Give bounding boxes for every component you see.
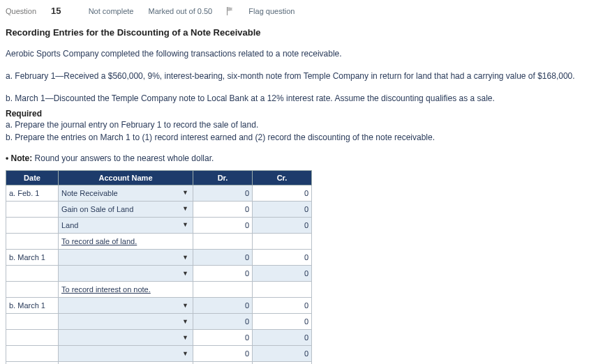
question-status: Not complete bbox=[89, 7, 134, 15]
account-select[interactable]: Land ▼ bbox=[59, 218, 193, 234]
memo-cell: To record interest on note. bbox=[59, 282, 193, 298]
table-row: To record sale of land. bbox=[6, 234, 312, 250]
date-cell bbox=[6, 314, 59, 330]
chevron-down-icon: ▼ bbox=[182, 254, 188, 261]
memo-cell: To record discounting of note. bbox=[59, 362, 193, 365]
note-line: • Note: Round your answers to the neares… bbox=[6, 153, 597, 163]
table-row: b. March 1 ▼ 0 0 bbox=[6, 250, 312, 266]
flag-question-link[interactable]: Flag question bbox=[227, 6, 307, 15]
note-text: Round your answers to the nearest whole … bbox=[32, 153, 214, 163]
col-date-header: Date bbox=[6, 171, 59, 185]
date-cell bbox=[6, 282, 59, 298]
cr-input[interactable]: 0 bbox=[253, 330, 312, 346]
question-label: Question bbox=[6, 7, 36, 15]
date-cell bbox=[6, 218, 59, 234]
cr-input[interactable]: 0 bbox=[253, 202, 312, 218]
account-select[interactable]: ▼ bbox=[59, 314, 193, 330]
dr-input[interactable]: 0 bbox=[193, 185, 253, 202]
table-row: Gain on Sale of Land ▼ 0 0 bbox=[6, 202, 312, 218]
date-cell bbox=[6, 330, 59, 346]
account-select[interactable]: Gain on Sale of Land ▼ bbox=[59, 202, 193, 218]
transaction-b: b. March 1—Discounted the Temple Company… bbox=[6, 92, 597, 105]
dr-input[interactable]: 0 bbox=[193, 202, 253, 218]
table-row: b. March 1 ▼ 0 0 bbox=[6, 298, 312, 314]
account-select[interactable]: ▼ bbox=[59, 330, 193, 346]
date-cell: b. March 1 bbox=[6, 298, 59, 314]
dr-input[interactable]: 0 bbox=[193, 218, 253, 234]
date-cell: b. March 1 bbox=[6, 250, 59, 266]
dr-input[interactable]: 0 bbox=[193, 330, 253, 346]
date-cell bbox=[6, 266, 59, 282]
account-select[interactable]: ▼ bbox=[59, 250, 193, 266]
dr-input[interactable]: 0 bbox=[193, 250, 253, 266]
note-prefix: • Note: bbox=[6, 153, 32, 163]
table-row: To record interest on note. bbox=[6, 282, 312, 298]
dr-input[interactable]: 0 bbox=[193, 346, 253, 362]
date-cell bbox=[6, 234, 59, 250]
table-header-row: Date Account Name Dr. Cr. bbox=[6, 171, 312, 185]
cr-input[interactable]: 0 bbox=[253, 346, 312, 362]
col-dr-header: Dr. bbox=[193, 171, 253, 185]
table-row: To record discounting of note. bbox=[6, 362, 312, 365]
cr-input[interactable]: 0 bbox=[253, 314, 312, 330]
cr-input[interactable]: 0 bbox=[253, 218, 312, 234]
chevron-down-icon: ▼ bbox=[182, 334, 188, 341]
table-row: ▼ 0 0 bbox=[6, 330, 312, 346]
flag-question-text: Flag question bbox=[248, 7, 295, 15]
cr-input[interactable]: 0 bbox=[253, 266, 312, 282]
chevron-down-icon: ▼ bbox=[182, 205, 188, 212]
required-label: Required bbox=[6, 109, 597, 119]
transaction-a: a. February 1—Received a $560,000, 9%, i… bbox=[6, 70, 597, 82]
table-row: ▼ 0 0 bbox=[6, 266, 312, 282]
col-account-header: Account Name bbox=[59, 171, 193, 185]
chevron-down-icon: ▼ bbox=[182, 189, 188, 196]
memo-cell: To record sale of land. bbox=[59, 234, 193, 250]
account-select[interactable]: Note Receivable ▼ bbox=[59, 185, 193, 202]
date-cell bbox=[6, 362, 59, 365]
account-select[interactable]: ▼ bbox=[59, 266, 193, 282]
dr-input[interactable]: 0 bbox=[193, 314, 253, 330]
account-select[interactable]: ▼ bbox=[59, 346, 193, 362]
account-select[interactable]: ▼ bbox=[59, 298, 193, 314]
journal-table: Date Account Name Dr. Cr. a. Feb. 1 Note… bbox=[6, 170, 312, 364]
cr-input[interactable]: 0 bbox=[253, 250, 312, 266]
dr-input[interactable]: 0 bbox=[193, 298, 253, 314]
question-marked: Marked out of 0.50 bbox=[149, 7, 213, 15]
date-cell: a. Feb. 1 bbox=[6, 185, 59, 202]
table-row: ▼ 0 0 bbox=[6, 314, 312, 330]
flag-icon bbox=[227, 7, 234, 15]
col-cr-header: Cr. bbox=[253, 171, 312, 185]
chevron-down-icon: ▼ bbox=[182, 318, 188, 325]
chevron-down-icon: ▼ bbox=[182, 270, 188, 277]
cr-input[interactable]: 0 bbox=[253, 298, 312, 314]
required-b: b. Prepare the entries on March 1 to (1)… bbox=[6, 131, 597, 144]
question-header: Question 15 Not complete Marked out of 0… bbox=[6, 3, 597, 22]
date-cell bbox=[6, 346, 59, 362]
chevron-down-icon: ▼ bbox=[182, 350, 188, 357]
required-a: a. Prepare the journal entry on February… bbox=[6, 119, 597, 131]
chevron-down-icon: ▼ bbox=[182, 221, 188, 228]
page-title: Recording Entries for the Discounting of… bbox=[6, 27, 597, 38]
date-cell bbox=[6, 202, 59, 218]
chevron-down-icon: ▼ bbox=[182, 302, 188, 309]
dr-input[interactable]: 0 bbox=[193, 266, 253, 282]
cr-input[interactable]: 0 bbox=[253, 185, 312, 202]
table-row: ▼ 0 0 bbox=[6, 346, 312, 362]
table-row: Land ▼ 0 0 bbox=[6, 218, 312, 234]
intro-text: Aerobic Sports Company completed the fol… bbox=[6, 47, 597, 60]
table-row: a. Feb. 1 Note Receivable ▼ 0 0 bbox=[6, 185, 312, 202]
question-number: 15 bbox=[51, 6, 61, 16]
